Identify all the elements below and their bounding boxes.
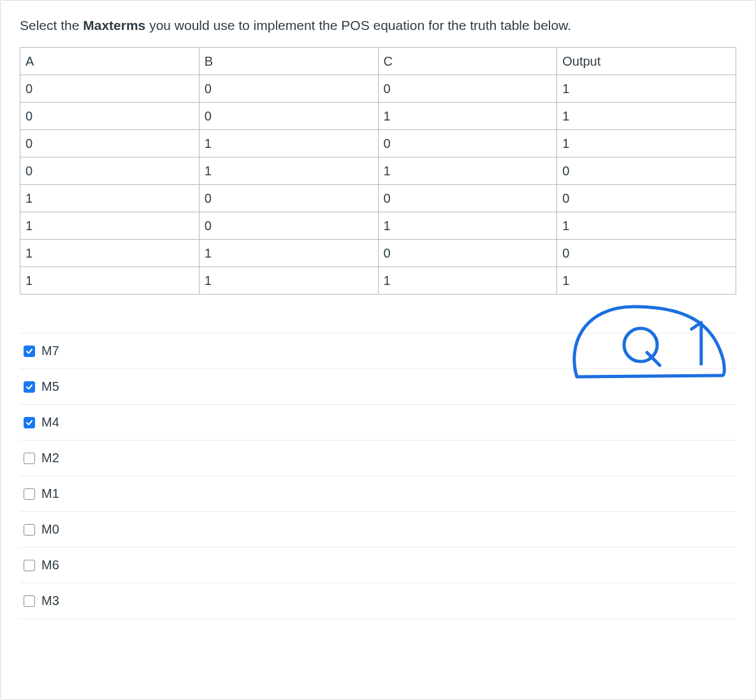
col-b: B — [199, 48, 378, 75]
table-cell: 0 — [557, 240, 736, 267]
table-body: 00010011010101101000101111001111 — [20, 75, 736, 295]
checkbox[interactable] — [24, 560, 35, 571]
table-row: 1000 — [20, 185, 736, 212]
table-cell: 1 — [20, 267, 200, 295]
option-label: M4 — [41, 415, 59, 430]
table-cell: 1 — [378, 157, 557, 185]
table-cell: 0 — [378, 130, 557, 157]
table-cell: 1 — [557, 103, 736, 130]
table-cell: 1 — [378, 212, 557, 240]
option-row[interactable]: M0 — [20, 512, 736, 548]
table-cell: 1 — [557, 267, 736, 295]
col-c: C — [378, 48, 557, 75]
table-cell: 0 — [20, 157, 200, 185]
table-cell: 1 — [20, 240, 200, 267]
checkbox[interactable] — [24, 453, 35, 464]
option-label: M1 — [41, 486, 59, 501]
option-label: M0 — [41, 522, 59, 537]
table-cell: 0 — [199, 185, 378, 212]
table-cell: 1 — [378, 267, 557, 295]
option-row[interactable]: M2 — [20, 441, 736, 476]
table-cell: 1 — [199, 130, 378, 157]
option-row[interactable]: M1 — [20, 476, 736, 512]
table-cell: 0 — [557, 185, 736, 212]
prompt-pre: Select the — [20, 18, 83, 33]
table-cell: 0 — [20, 130, 200, 157]
table-row: 0011 — [20, 103, 736, 130]
question-card: Select the Maxterms you would use to imp… — [0, 0, 756, 700]
checkbox[interactable] — [24, 381, 35, 393]
option-row[interactable]: M3 — [20, 583, 736, 619]
options-list: M7M5M4M2M1M0M6M3 — [20, 333, 736, 619]
option-row[interactable]: M6 — [20, 548, 736, 583]
table-cell: 1 — [199, 157, 378, 185]
option-row[interactable]: M7 — [20, 333, 736, 369]
option-label: M5 — [41, 379, 59, 394]
table-cell: 1 — [557, 212, 736, 240]
table-cell: 0 — [378, 185, 557, 212]
option-row[interactable]: M5 — [20, 369, 736, 405]
table-row: 1100 — [20, 240, 736, 267]
checkbox[interactable] — [24, 595, 35, 607]
col-output: Output — [557, 48, 736, 75]
table-cell: 1 — [199, 240, 378, 267]
table-cell: 0 — [378, 240, 557, 267]
checkbox[interactable] — [24, 417, 35, 428]
option-row[interactable]: M4 — [20, 405, 736, 441]
truth-table: A B C Output 000100110101011010001011110… — [20, 47, 736, 295]
table-row: 1111 — [20, 267, 736, 295]
table-cell: 1 — [557, 75, 736, 103]
option-label: M2 — [41, 451, 59, 465]
table-cell: 0 — [20, 75, 200, 103]
table-row: 1011 — [20, 212, 736, 240]
option-label: M3 — [41, 594, 59, 608]
option-label: M7 — [41, 344, 59, 358]
table-cell: 0 — [378, 75, 557, 103]
checkbox[interactable] — [24, 524, 35, 536]
table-cell: 0 — [199, 212, 378, 240]
prompt-bold: Maxterms — [83, 18, 145, 33]
table-row: 0101 — [20, 130, 736, 157]
table-row: 0110 — [20, 157, 736, 185]
question-prompt: Select the Maxterms you would use to imp… — [20, 16, 736, 34]
table-cell: 1 — [199, 267, 378, 295]
prompt-post: you would use to implement the POS equat… — [145, 18, 571, 33]
table-cell: 1 — [378, 103, 557, 130]
option-label: M6 — [41, 558, 59, 572]
table-cell: 0 — [199, 75, 378, 103]
table-header-row: A B C Output — [20, 48, 736, 75]
checkbox[interactable] — [24, 346, 35, 357]
table-cell: 1 — [20, 185, 200, 212]
table-cell: 0 — [20, 103, 200, 130]
checkbox[interactable] — [24, 488, 35, 500]
table-row: 0001 — [20, 75, 736, 103]
table-cell: 0 — [199, 103, 378, 130]
table-cell: 1 — [557, 130, 736, 157]
table-cell: 0 — [557, 157, 736, 185]
col-a: A — [20, 48, 200, 75]
table-cell: 1 — [20, 212, 200, 240]
